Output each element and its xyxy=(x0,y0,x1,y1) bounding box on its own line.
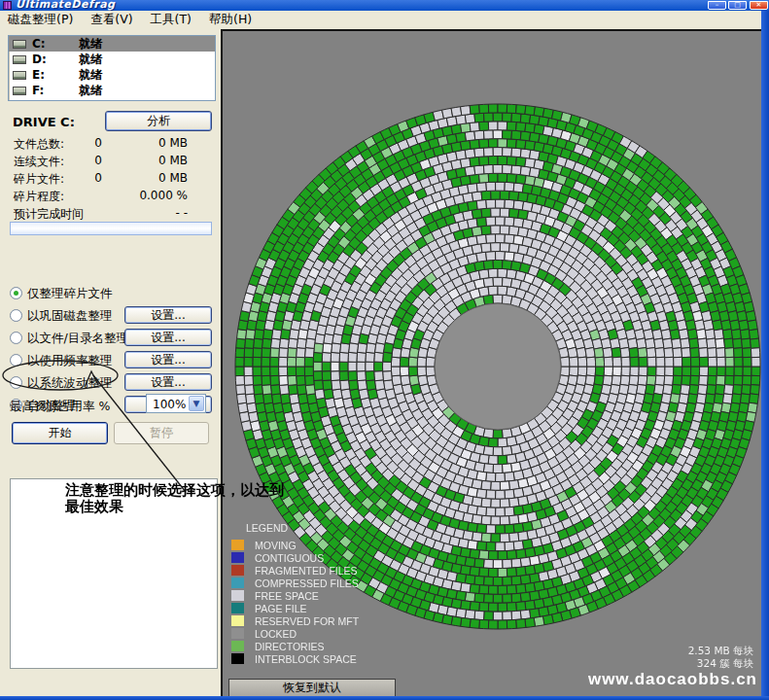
maximize-button[interactable]: □ xyxy=(728,1,747,10)
block-size-text: 2.53 MB 每块 xyxy=(688,645,753,657)
drive-status: 就绪 xyxy=(79,67,102,84)
legend-label: COMPRESSED FILES xyxy=(255,578,359,589)
stat-fragmentation: 碎片程度: 0.000 % xyxy=(0,189,221,205)
analyze-button[interactable]: 分析 xyxy=(105,111,212,131)
drive-status: 就绪 xyxy=(79,36,102,52)
stat-count: 0 xyxy=(53,136,102,150)
stat-contiguous-files: 连续文件: 0 0 MB xyxy=(0,154,221,170)
legend-label: MOVING xyxy=(255,540,297,551)
drive-row-d[interactable]: D: 就绪 xyxy=(9,52,215,67)
stat-eta: 预计完成时间 - - xyxy=(0,206,221,223)
legend-label: PAGE FILE xyxy=(255,603,307,614)
option-consolidate: 以巩固磁盘整理 设置... xyxy=(0,306,221,326)
drive-list: C: 就绪 D: 就绪 E: 就绪 F: 就绪 xyxy=(8,35,216,101)
stat-size: 0.000 % xyxy=(107,189,188,202)
option-label[interactable]: 以巩固磁盘整理 xyxy=(27,308,113,325)
pause-button[interactable]: 暂停 xyxy=(114,422,209,444)
legend-row-page-file: PAGE FILE xyxy=(231,603,359,613)
drive-row-e[interactable]: E: 就绪 xyxy=(9,67,215,83)
option-fragmented-only: 仅整理碎片文件 xyxy=(0,284,221,303)
legend-label: FRAGMENTED FILES xyxy=(255,565,358,577)
menu-disk-defrag[interactable]: 磁盘整理(P) xyxy=(0,10,82,30)
drive-status: 就绪 xyxy=(79,52,102,68)
radio-volatility[interactable] xyxy=(10,376,22,389)
legend-title: LEGEND xyxy=(246,522,359,534)
resource-usage-dropdown[interactable]: 100% ▼ xyxy=(146,394,206,413)
drive-name: F: xyxy=(32,84,71,97)
window-right-border xyxy=(761,11,769,696)
radio-filename[interactable] xyxy=(10,332,22,344)
close-button[interactable]: ✕ xyxy=(750,1,768,10)
legend-row-moving: MOVING xyxy=(231,540,359,550)
control-panel: C: 就绪 D: 就绪 E: 就绪 F: 就绪 DRIVE C: 分析 文件总数… xyxy=(0,29,221,700)
free-space-swatch xyxy=(231,590,244,601)
progress-bar xyxy=(10,222,212,235)
settings-button-consolidate[interactable]: 设置... xyxy=(124,306,212,324)
settings-button-volatility[interactable]: 设置... xyxy=(124,373,212,391)
legend-label: DIRECTORIES xyxy=(255,641,325,652)
drive-icon xyxy=(13,55,26,64)
resource-usage-label: 最高资源占用率 % xyxy=(10,399,110,415)
drive-icon xyxy=(13,87,26,95)
option-label[interactable]: 以文件/目录名整理 xyxy=(27,331,128,347)
option-label[interactable]: 仅整理碎片文件 xyxy=(27,286,113,302)
legend-label: FREE SPACE xyxy=(255,590,319,602)
legend-label: RESERVED FOR MFT xyxy=(255,615,359,627)
legend-row-contiguous: CONTIGUOUS xyxy=(231,552,359,563)
start-button[interactable]: 开始 xyxy=(12,422,108,444)
menu-bar: 磁盘整理(P) 查看(V) 工具(T) 帮助(H) xyxy=(0,11,769,29)
mft-swatch xyxy=(231,615,244,626)
chevron-down-icon[interactable]: ▼ xyxy=(189,396,204,411)
legend-label: CONTIGUOUS xyxy=(255,552,324,564)
watermark-text: www.daocaobbs.cn xyxy=(588,670,757,689)
locked-swatch xyxy=(231,628,244,639)
window-bottom-border xyxy=(0,696,769,700)
block-clusters-text: 324 簇 每块 xyxy=(688,657,753,670)
disk-panel: LEGEND MOVING CONTIGUOUS FRAGMENTED FILE… xyxy=(221,29,761,696)
option-volatility: 以系统波动整理 设置... xyxy=(0,373,221,393)
menu-help[interactable]: 帮助(H) xyxy=(200,10,261,30)
radio-consolidate[interactable] xyxy=(10,309,22,322)
drive-row-c[interactable]: C: 就绪 xyxy=(9,36,215,52)
drive-status: 就绪 xyxy=(79,83,102,99)
compressed-swatch xyxy=(231,578,244,588)
drive-row-f[interactable]: F: 就绪 xyxy=(9,83,215,98)
radio-frequency[interactable] xyxy=(10,354,22,367)
settings-button-filename[interactable]: 设置... xyxy=(124,329,212,346)
legend-label: LOCKED xyxy=(255,628,297,640)
radio-fragmented-only[interactable] xyxy=(10,287,22,299)
legend-row-directories: DIRECTORIES xyxy=(231,641,359,651)
stat-total-files: 文件总数: 0 0 MB xyxy=(0,136,221,153)
menu-view[interactable]: 查看(V) xyxy=(82,10,141,30)
settings-button-frequency[interactable]: 设置... xyxy=(124,351,212,368)
drive-icon xyxy=(13,40,26,49)
restore-default-button[interactable]: 恢复到默认 xyxy=(228,679,396,697)
option-label[interactable]: 以使用频率整理 xyxy=(27,353,113,369)
directories-swatch xyxy=(231,641,244,651)
interblock-swatch xyxy=(231,653,244,664)
legend-label: INTERBLOCK SPACE xyxy=(255,653,357,665)
contiguous-swatch xyxy=(231,552,244,563)
drive-name: E: xyxy=(32,68,71,82)
stat-size: 0 MB xyxy=(107,154,188,167)
app-icon xyxy=(3,1,12,10)
stat-label: 预计完成时间 xyxy=(14,206,84,223)
page-file-swatch xyxy=(231,603,244,613)
menu-tools[interactable]: 工具(T) xyxy=(142,10,200,30)
stat-fragmented-files: 碎片文件: 0 0 MB xyxy=(0,171,221,188)
minimize-button[interactable]: – xyxy=(708,1,726,10)
drive-name: D: xyxy=(32,52,71,66)
legend-row-fragmented: FRAGMENTED FILES xyxy=(231,565,359,576)
info-panel xyxy=(10,478,218,669)
stat-size: - - xyxy=(107,206,188,220)
option-label[interactable]: 以系统波动整理 xyxy=(27,375,113,392)
stat-label: 碎片程度: xyxy=(14,189,64,205)
legend-row-compressed: COMPRESSED FILES xyxy=(231,578,359,588)
drive-title: DRIVE C: xyxy=(13,115,75,129)
option-filename: 以文件/目录名整理 设置... xyxy=(0,329,221,348)
legend-row-mft: RESERVED FOR MFT xyxy=(231,615,359,626)
stat-size: 0 MB xyxy=(107,136,188,150)
legend-row-free-space: FREE SPACE xyxy=(231,590,359,601)
legend-row-locked: LOCKED xyxy=(231,628,359,639)
option-frequency: 以使用频率整理 设置... xyxy=(0,351,221,370)
